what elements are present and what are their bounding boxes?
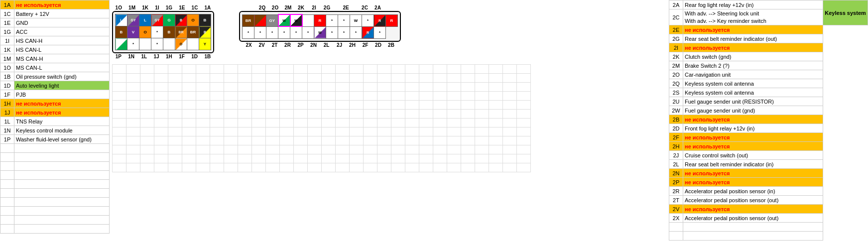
- lbl-1L: 1L: [141, 54, 147, 59]
- right-row-label: Cruise control switch (out): [683, 151, 823, 160]
- connector-pin: R: [386, 14, 398, 26]
- lbl-1F: 1F: [179, 54, 185, 59]
- right-row-code: 2M: [669, 61, 683, 70]
- left-table-empty-row: [0, 198, 110, 207]
- lbl-2V: 2V: [256, 42, 268, 48]
- right-row-code: 2Q: [669, 79, 683, 88]
- connector-pin: B: [199, 14, 211, 26]
- connector-pin: R: [362, 26, 374, 38]
- right-table-empty-row: [669, 232, 868, 241]
- right-table-row: 2TAccelerator pedal position sensor (out…: [669, 196, 868, 205]
- connector-pin: *: [151, 38, 163, 50]
- connector-pin: B: [163, 26, 175, 38]
- lbl-2F: 2F: [360, 42, 372, 48]
- lbl-1N: 1N: [128, 54, 134, 59]
- empty-grid-row: [113, 83, 531, 92]
- lbl-1A: 1A: [205, 5, 211, 10]
- row-code: 1B: [0, 72, 14, 81]
- right-table-row: 2Eне используется: [669, 25, 868, 34]
- left-table-row: 1DAuto leveling light: [0, 81, 110, 90]
- connector-pin: G: [163, 14, 175, 26]
- left-table: 1Aне используется1CBattery + 12V1EGND1GA…: [0, 0, 110, 234]
- connector-pin: L: [116, 14, 127, 26]
- right-table-row: 2SKeyless system coil antenna: [669, 88, 868, 97]
- lbl-2I: 2I: [308, 5, 320, 10]
- right-table-row: 2JCruise control switch (out): [669, 151, 868, 160]
- lbl-2A: 2A: [372, 5, 384, 10]
- row-code: 1G: [0, 27, 14, 36]
- row-label: MS CAN-H: [14, 54, 110, 63]
- right-row-label: не используется: [683, 205, 823, 214]
- row-code: 1P: [0, 135, 14, 144]
- right-row-label: Front fog light relay +12v (in): [683, 124, 823, 133]
- left-table-row: 1OMS CAN-L: [0, 63, 110, 72]
- main-container: 1Aне используется1CBattery + 12V1EGND1GA…: [0, 0, 868, 241]
- connector-pin: GY: [127, 14, 139, 26]
- lbl-1I: 1I: [155, 5, 159, 10]
- left-table-empty-row: [0, 153, 110, 162]
- row-label: HS CAN-H: [14, 36, 110, 45]
- right-table-row: 2Pне используется: [669, 178, 868, 187]
- right-row-label: не используется: [683, 43, 823, 52]
- lbl-2J: 2J: [334, 42, 346, 48]
- connector-pin: [187, 38, 199, 50]
- right-row-code: 2U: [669, 97, 683, 106]
- right-table-row: 2Iне используется: [669, 43, 868, 52]
- left-table-row: 1CBattery + 12V: [0, 9, 110, 18]
- left-table-empty-row: [0, 189, 110, 198]
- right-row-label: не используется: [683, 133, 823, 142]
- left-table-row: 1Hне используется: [0, 99, 110, 108]
- right-row-code: 2W: [669, 106, 683, 115]
- right-row-code: 2A: [669, 0, 683, 9]
- left-table-empty-row: [0, 207, 110, 216]
- empty-grid-row: [113, 136, 531, 145]
- row-code: 1C: [0, 9, 14, 18]
- keyless-system-cell: Keyless system: [823, 0, 868, 25]
- lbl-1P: 1P: [116, 54, 122, 59]
- connector-pin: O: [187, 14, 199, 26]
- row-label: Auto leveling light: [14, 81, 110, 90]
- left-table-empty-row: [0, 162, 110, 171]
- connector-pin: *: [243, 26, 254, 38]
- right-row-code: 2E: [669, 25, 683, 34]
- empty-grid-row: [113, 119, 531, 127]
- connector-pin: O: [139, 26, 151, 38]
- connector-pin: *: [338, 14, 350, 26]
- connector-pin: *: [254, 26, 266, 38]
- row-label: Washer fluid-level sensor (gnd): [14, 135, 110, 144]
- connector2-box: BRGYWWR**W*RR******W***R*: [239, 11, 401, 42]
- conn2-row: BRGYWWR**W*RR: [243, 14, 398, 26]
- connector-pin: GY: [151, 14, 163, 26]
- right-row-code: 2T: [669, 196, 683, 205]
- connector2-bot-labels: 2X 2V 2T 2R 2P 2N 2L 2J 2H 2F 2D 2B: [243, 42, 397, 48]
- connector-pin: BR: [175, 26, 187, 38]
- right-table-row: 2KClutch switch (gnd): [669, 52, 868, 61]
- lbl-1C: 1C: [192, 5, 198, 10]
- connector-pin: *: [326, 26, 338, 38]
- right-row-label: Fuel gauge sender unit (RESISTOR): [683, 97, 823, 106]
- connector-pin: *: [151, 26, 163, 38]
- right-row-code: 2R: [669, 187, 683, 196]
- connector-pin: B: [116, 26, 127, 38]
- connector-pin: Y: [199, 38, 211, 50]
- connector-pin: *: [350, 26, 362, 38]
- empty-grid-row: [113, 110, 531, 119]
- right-row-label: не используется: [683, 115, 823, 124]
- lbl-2X: 2X: [243, 42, 255, 48]
- right-row-label: Accelerator pedal position sensor (out): [683, 196, 823, 205]
- empty-grid-row: [113, 92, 531, 101]
- right-row-code: 2N: [669, 169, 683, 178]
- lbl-2E: 2E: [334, 5, 358, 10]
- empty-grid: [112, 64, 531, 172]
- lbl-2K: 2K: [295, 5, 307, 10]
- row-code: 1N: [0, 126, 14, 135]
- lbl-2H: 2H: [347, 42, 359, 48]
- right-row-label: Fuel gauge sender unit (gnd): [683, 106, 823, 115]
- empty-grid-row: [113, 74, 531, 83]
- conn1-row: **OY: [116, 38, 211, 50]
- right-row-code: 2L: [669, 160, 683, 169]
- right-table: 2ARear fog light relay +12v (in)Keyless …: [669, 0, 868, 241]
- connector-pin: W: [278, 14, 290, 26]
- lbl-1H: 1H: [166, 54, 172, 59]
- right-row-code: 2B: [669, 115, 683, 124]
